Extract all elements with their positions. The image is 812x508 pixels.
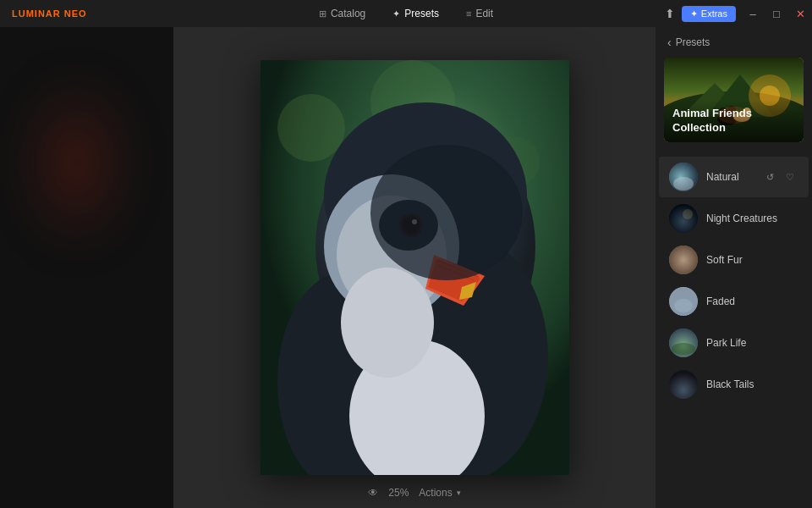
nav-presets-label: Presets (404, 8, 439, 19)
preset-name-blacktails: Black Tails (706, 378, 798, 390)
nav-bar: ⊞ Catalog ✦ Presets ≡ Edit (305, 3, 507, 24)
preset-favorite-button[interactable]: ♡ (782, 168, 798, 185)
preset-item-night-creatures[interactable]: Night Creatures (659, 198, 809, 239)
zoom-value: 25% (388, 487, 409, 499)
back-label: Presets (676, 36, 710, 48)
visibility-toggle[interactable]: 👁 (368, 487, 378, 499)
nav-edit-label: Edit (475, 8, 493, 19)
preset-item-natural[interactable]: Natural ↺ ♡ (659, 157, 809, 197)
svg-point-40 (669, 204, 698, 233)
extras-button[interactable]: ✦ Extras (682, 6, 736, 22)
extras-label: Extras (701, 8, 727, 19)
preset-item-park-life[interactable]: Park Life (659, 323, 809, 363)
titlebar: LUMINAR NEO ⊞ Catalog ✦ Presets ≡ Edit ⬆… (0, 0, 812, 27)
preset-name-natural: Natural (706, 171, 753, 183)
svg-point-25 (341, 268, 434, 378)
canvas-toolbar: 👁 25% Actions ▾ (173, 478, 656, 508)
preset-reset-button[interactable]: ↺ (761, 168, 778, 185)
svg-point-1 (277, 94, 345, 162)
actions-chevron-icon: ▾ (457, 489, 461, 497)
actions-menu[interactable]: Actions ▾ (419, 487, 460, 499)
photo-frame (261, 60, 569, 475)
preset-thumb-blacktails (669, 370, 698, 399)
preset-thumb-night (669, 204, 698, 233)
svg-point-47 (669, 370, 698, 399)
banner-overlay: Animal Friends Collection (664, 100, 804, 142)
photo-background (261, 60, 569, 475)
logo-accent: NEO (64, 8, 87, 19)
right-panel: ‹ Presets (656, 27, 812, 508)
blur-effect (25, 78, 127, 247)
preset-thumb-natural (669, 163, 698, 191)
nav-edit[interactable]: ≡ Edit (453, 3, 507, 24)
zoom-control[interactable]: 25% (388, 487, 409, 499)
preset-list: Natural ↺ ♡ Night Creatures (656, 152, 812, 508)
back-to-presets[interactable]: ‹ Presets (656, 27, 812, 58)
titlebar-right: ⬆ ✦ Extras – □ ✕ (658, 5, 812, 22)
nav-catalog-label: Catalog (331, 8, 365, 19)
preset-item-black-tails[interactable]: Black Tails (659, 364, 809, 405)
logo-text: LUMINAR (12, 8, 61, 19)
preset-name-faded: Faded (706, 295, 798, 307)
collection-banner[interactable]: Animal Friends Collection (664, 58, 804, 142)
actions-label: Actions (419, 487, 452, 499)
preset-thumb-faded (669, 287, 698, 316)
collection-title: Animal Friends Collection (672, 107, 795, 135)
maximize-button[interactable]: □ (765, 5, 788, 22)
canvas-area: 👁 25% Actions ▾ (173, 27, 656, 508)
preset-item-faded[interactable]: Faded (659, 281, 809, 322)
preset-name-softfur: Soft Fur (706, 254, 798, 266)
minimize-button[interactable]: – (741, 5, 765, 22)
presets-icon: ✦ (392, 8, 400, 19)
edit-icon: ≡ (466, 8, 471, 19)
preset-item-soft-fur[interactable]: Soft Fur (659, 240, 809, 280)
svg-point-44 (674, 299, 693, 312)
left-panel (0, 27, 173, 508)
extras-icon: ✦ (690, 8, 698, 19)
preset-thumb-softfur (669, 246, 698, 274)
nav-catalog[interactable]: ⊞ Catalog (305, 3, 379, 24)
svg-point-24 (370, 145, 523, 280)
chevron-left-icon: ‹ (667, 36, 672, 49)
puffin-illustration (261, 60, 569, 475)
svg-point-42 (669, 246, 698, 274)
preset-name-parklife: Park Life (706, 337, 798, 349)
svg-point-41 (683, 209, 693, 219)
close-button[interactable]: ✕ (788, 5, 812, 22)
preset-actions-natural: ↺ ♡ (761, 168, 798, 185)
preset-name-night: Night Creatures (706, 213, 798, 224)
catalog-icon: ⊞ (319, 8, 326, 19)
eye-icon: 👁 (368, 487, 378, 499)
share-button[interactable]: ⬆ (658, 5, 682, 22)
svg-point-39 (673, 177, 694, 190)
app-logo: LUMINAR NEO (0, 8, 99, 19)
svg-point-46 (672, 343, 695, 355)
main-area: 👁 25% Actions ▾ ‹ Presets (0, 27, 812, 508)
nav-presets[interactable]: ✦ Presets (379, 3, 453, 24)
preset-thumb-parklife (669, 329, 698, 357)
